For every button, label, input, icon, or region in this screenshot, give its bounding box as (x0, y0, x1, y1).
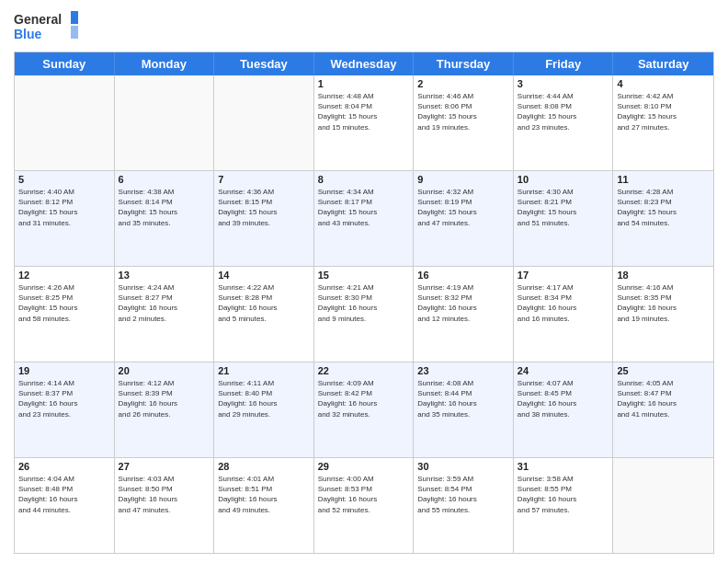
day-info: Sunrise: 4:11 AMSunset: 8:40 PMDaylight:… (218, 378, 310, 419)
logo: General Blue (14, 9, 78, 44)
day-cell-19: 19Sunrise: 4:14 AMSunset: 8:37 PMDayligh… (15, 362, 115, 457)
day-cell-7: 7Sunrise: 4:36 AMSunset: 8:15 PMDaylight… (214, 171, 314, 266)
day-number: 12 (18, 270, 110, 281)
day-cell-20: 20Sunrise: 4:12 AMSunset: 8:39 PMDayligh… (115, 362, 215, 457)
day-header-sunday: Sunday (15, 52, 115, 75)
day-cell-29: 29Sunrise: 4:00 AMSunset: 8:53 PMDayligh… (314, 458, 415, 553)
day-info: Sunrise: 4:07 AMSunset: 8:45 PMDaylight:… (518, 378, 609, 419)
day-info: Sunrise: 4:26 AMSunset: 8:25 PMDaylight:… (18, 282, 110, 324)
day-number: 15 (318, 270, 410, 281)
week-row-1: 1Sunrise: 4:48 AMSunset: 8:04 PMDaylight… (15, 75, 713, 171)
day-cell-14: 14Sunrise: 4:22 AMSunset: 8:28 PMDayligh… (214, 267, 314, 362)
day-info: Sunrise: 4:46 AMSunset: 8:06 PMDaylight:… (417, 91, 509, 132)
logo-svg: General Blue (14, 9, 78, 44)
day-number: 19 (18, 365, 110, 376)
day-cell-25: 25Sunrise: 4:05 AMSunset: 8:47 PMDayligh… (613, 362, 713, 457)
day-info: Sunrise: 4:34 AMSunset: 8:17 PMDaylight:… (318, 187, 410, 228)
day-info: Sunrise: 4:19 AMSunset: 8:32 PMDaylight:… (417, 282, 509, 324)
day-number: 20 (119, 365, 210, 376)
day-number: 9 (417, 174, 509, 185)
svg-marker-3 (71, 26, 78, 39)
day-cell-13: 13Sunrise: 4:24 AMSunset: 8:27 PMDayligh… (115, 267, 215, 362)
calendar-body: 1Sunrise: 4:48 AMSunset: 8:04 PMDaylight… (15, 75, 713, 553)
day-number: 18 (617, 270, 710, 281)
day-cell-24: 24Sunrise: 4:07 AMSunset: 8:45 PMDayligh… (514, 362, 614, 457)
day-info: Sunrise: 4:28 AMSunset: 8:23 PMDaylight:… (617, 187, 710, 228)
day-number: 14 (218, 270, 310, 281)
day-number: 6 (119, 174, 210, 185)
calendar: SundayMondayTuesdayWednesdayThursdayFrid… (14, 52, 714, 554)
page: General Blue SundayMondayTuesdayWednesda… (0, 0, 728, 563)
day-cell-empty (15, 75, 115, 170)
day-number: 30 (417, 461, 509, 472)
day-number: 5 (18, 174, 110, 185)
day-cell-30: 30Sunrise: 3:59 AMSunset: 8:54 PMDayligh… (414, 458, 514, 553)
week-row-3: 12Sunrise: 4:26 AMSunset: 8:25 PMDayligh… (15, 267, 713, 362)
day-header-tuesday: Tuesday (214, 52, 314, 75)
day-cell-empty (115, 75, 215, 170)
day-cell-empty (214, 75, 314, 170)
day-info: Sunrise: 4:17 AMSunset: 8:34 PMDaylight:… (518, 282, 609, 324)
day-info: Sunrise: 4:08 AMSunset: 8:44 PMDaylight:… (417, 378, 509, 419)
day-number: 13 (119, 270, 210, 281)
day-cell-27: 27Sunrise: 4:03 AMSunset: 8:50 PMDayligh… (115, 458, 215, 553)
day-cell-6: 6Sunrise: 4:38 AMSunset: 8:14 PMDaylight… (115, 171, 215, 266)
day-number: 3 (518, 78, 609, 89)
day-number: 21 (218, 365, 310, 376)
day-info: Sunrise: 4:03 AMSunset: 8:50 PMDaylight:… (119, 474, 210, 515)
day-number: 26 (18, 461, 110, 472)
day-cell-10: 10Sunrise: 4:30 AMSunset: 8:21 PMDayligh… (514, 171, 614, 266)
day-cell-4: 4Sunrise: 4:42 AMSunset: 8:10 PMDaylight… (613, 75, 713, 170)
day-info: Sunrise: 4:14 AMSunset: 8:37 PMDaylight:… (18, 378, 110, 419)
day-number: 28 (218, 461, 310, 472)
day-info: Sunrise: 4:22 AMSunset: 8:28 PMDaylight:… (218, 282, 310, 324)
day-header-saturday: Saturday (613, 52, 713, 75)
day-cell-17: 17Sunrise: 4:17 AMSunset: 8:34 PMDayligh… (514, 267, 614, 362)
day-number: 2 (417, 78, 509, 89)
day-cell-22: 22Sunrise: 4:09 AMSunset: 8:42 PMDayligh… (314, 362, 415, 457)
day-info: Sunrise: 3:58 AMSunset: 8:55 PMDaylight:… (518, 474, 609, 515)
calendar-header: SundayMondayTuesdayWednesdayThursdayFrid… (15, 52, 713, 75)
day-cell-2: 2Sunrise: 4:46 AMSunset: 8:06 PMDaylight… (414, 75, 514, 170)
day-info: Sunrise: 4:00 AMSunset: 8:53 PMDaylight:… (318, 474, 410, 515)
day-number: 23 (417, 365, 509, 376)
day-info: Sunrise: 3:59 AMSunset: 8:54 PMDaylight:… (417, 474, 509, 515)
day-info: Sunrise: 4:01 AMSunset: 8:51 PMDaylight:… (218, 474, 310, 515)
day-info: Sunrise: 4:12 AMSunset: 8:39 PMDaylight:… (119, 378, 210, 419)
day-number: 24 (518, 365, 609, 376)
day-number: 29 (318, 461, 410, 472)
day-header-monday: Monday (115, 52, 215, 75)
day-number: 1 (318, 78, 410, 89)
day-cell-8: 8Sunrise: 4:34 AMSunset: 8:17 PMDaylight… (314, 171, 415, 266)
day-number: 11 (617, 174, 710, 185)
day-number: 31 (518, 461, 609, 472)
day-cell-21: 21Sunrise: 4:11 AMSunset: 8:40 PMDayligh… (214, 362, 314, 457)
day-cell-16: 16Sunrise: 4:19 AMSunset: 8:32 PMDayligh… (414, 267, 514, 362)
header: General Blue (14, 9, 714, 44)
day-cell-1: 1Sunrise: 4:48 AMSunset: 8:04 PMDaylight… (314, 75, 415, 170)
day-cell-15: 15Sunrise: 4:21 AMSunset: 8:30 PMDayligh… (314, 267, 415, 362)
day-cell-11: 11Sunrise: 4:28 AMSunset: 8:23 PMDayligh… (613, 171, 713, 266)
day-info: Sunrise: 4:16 AMSunset: 8:35 PMDaylight:… (617, 282, 710, 324)
week-row-4: 19Sunrise: 4:14 AMSunset: 8:37 PMDayligh… (15, 362, 713, 458)
day-info: Sunrise: 4:32 AMSunset: 8:19 PMDaylight:… (417, 187, 509, 228)
day-header-friday: Friday (514, 52, 614, 75)
svg-text:Blue: Blue (14, 27, 42, 41)
day-header-thursday: Thursday (414, 52, 514, 75)
day-cell-9: 9Sunrise: 4:32 AMSunset: 8:19 PMDaylight… (414, 171, 514, 266)
day-number: 8 (318, 174, 410, 185)
day-number: 17 (518, 270, 609, 281)
day-cell-26: 26Sunrise: 4:04 AMSunset: 8:48 PMDayligh… (15, 458, 115, 553)
day-info: Sunrise: 4:36 AMSunset: 8:15 PMDaylight:… (218, 187, 310, 228)
day-number: 22 (318, 365, 410, 376)
day-info: Sunrise: 4:30 AMSunset: 8:21 PMDaylight:… (518, 187, 609, 228)
day-cell-23: 23Sunrise: 4:08 AMSunset: 8:44 PMDayligh… (414, 362, 514, 457)
day-cell-31: 31Sunrise: 3:58 AMSunset: 8:55 PMDayligh… (514, 458, 614, 553)
day-number: 16 (417, 270, 509, 281)
day-info: Sunrise: 4:38 AMSunset: 8:14 PMDaylight:… (119, 187, 210, 228)
week-row-5: 26Sunrise: 4:04 AMSunset: 8:48 PMDayligh… (15, 458, 713, 553)
day-info: Sunrise: 4:05 AMSunset: 8:47 PMDaylight:… (617, 378, 710, 419)
day-info: Sunrise: 4:40 AMSunset: 8:12 PMDaylight:… (18, 187, 110, 228)
day-info: Sunrise: 4:24 AMSunset: 8:27 PMDaylight:… (119, 282, 210, 324)
svg-marker-2 (71, 11, 78, 24)
